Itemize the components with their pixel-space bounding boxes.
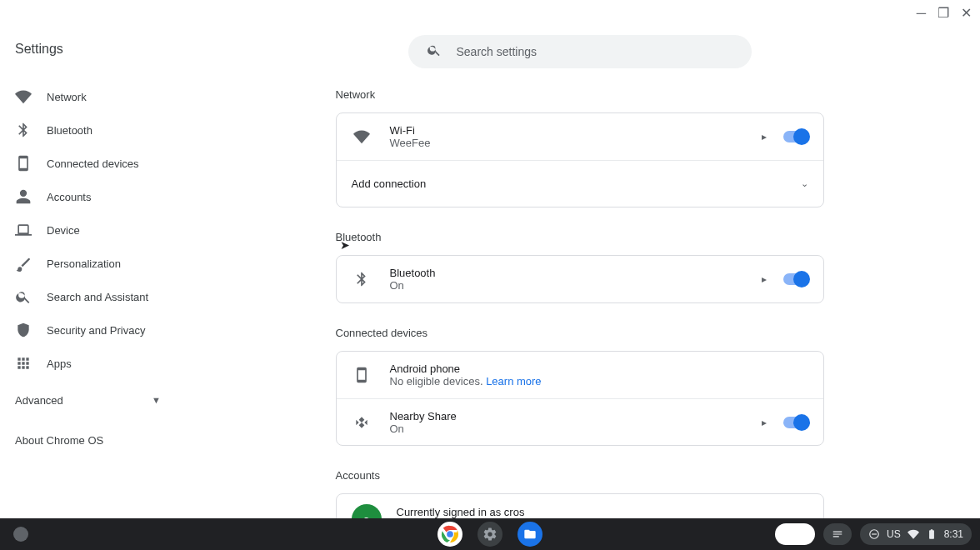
add-connection-label: Add connection xyxy=(352,178,801,190)
bluetooth-icon xyxy=(352,271,372,288)
sidebar-item-label: Personalization xyxy=(47,258,121,270)
sidebar-item-label: Device xyxy=(47,224,80,237)
avatar: c xyxy=(352,504,382,518)
sidebar-item-label: Accounts xyxy=(47,191,91,203)
phone-icon xyxy=(15,155,32,172)
row-nearby-share[interactable]: Nearby Share On ▸ xyxy=(337,398,823,445)
dnd-icon xyxy=(868,528,880,540)
section-title-bluetooth: Bluetooth xyxy=(336,231,824,243)
section-title-connected: Connected devices xyxy=(336,327,824,339)
sidebar-item-label: Bluetooth xyxy=(47,124,92,137)
sidebar-item-network[interactable]: Network xyxy=(15,80,179,113)
sidebar-item-personalization[interactable]: Personalization xyxy=(15,247,179,280)
shelf: US 8:31 xyxy=(0,518,980,550)
card-bluetooth: Bluetooth On ▸ xyxy=(336,255,824,303)
person-icon xyxy=(15,188,32,205)
sidebar-item-label: Search and Assistant xyxy=(47,291,148,303)
status-tray[interactable]: US 8:31 xyxy=(860,523,972,545)
row-bluetooth[interactable]: Bluetooth On ▸ xyxy=(337,256,823,302)
files-app-icon[interactable] xyxy=(518,522,542,547)
brush-icon xyxy=(15,255,32,272)
wifi-status-icon xyxy=(908,528,919,540)
card-accounts: c Currently signed in as cros xyxy=(336,493,824,518)
laptop-icon xyxy=(15,222,32,238)
sidebar-item-label: Network xyxy=(47,91,87,103)
bluetooth-toggle[interactable] xyxy=(783,273,808,285)
android-phone-sub-text: No eligible devices. xyxy=(390,375,487,388)
sidebar-item-bluetooth[interactable]: Bluetooth xyxy=(15,113,179,147)
bluetooth-title: Bluetooth xyxy=(390,267,753,279)
nearby-share-icon xyxy=(352,414,372,431)
battery-icon xyxy=(926,528,938,540)
search-bar[interactable] xyxy=(408,35,752,68)
row-current-user[interactable]: c Currently signed in as cros xyxy=(337,494,823,518)
ime-indicator: US xyxy=(887,528,901,540)
bluetooth-status: On xyxy=(390,279,753,292)
sidebar: Settings Network Bluetooth Connected dev… xyxy=(0,0,179,518)
sidebar-item-accounts[interactable]: Accounts xyxy=(15,180,179,213)
chevron-down-icon: ⌄ xyxy=(801,178,808,189)
tote-pill[interactable] xyxy=(823,523,852,545)
search-icon xyxy=(427,42,442,61)
current-user-label: Currently signed in as cros xyxy=(397,506,525,518)
sidebar-item-label: Connected devices xyxy=(47,158,139,170)
search-icon xyxy=(15,288,32,305)
close-button[interactable]: ✕ xyxy=(961,5,972,21)
row-android-phone[interactable]: Android phone No eligible devices. Learn… xyxy=(337,352,823,398)
search-input[interactable] xyxy=(457,45,743,58)
clock: 8:31 xyxy=(944,528,963,540)
apps-icon xyxy=(15,355,32,372)
sidebar-item-device[interactable]: Device xyxy=(15,213,179,247)
nearby-share-status: On xyxy=(390,422,753,435)
phone-icon xyxy=(352,367,372,383)
wifi-icon xyxy=(15,88,32,105)
android-phone-title: Android phone xyxy=(390,362,808,375)
shelf-apps xyxy=(438,522,542,547)
launcher-button[interactable] xyxy=(13,527,28,542)
advanced-label: Advanced xyxy=(15,394,63,407)
shelf-status-area: US 8:31 xyxy=(775,523,972,545)
sidebar-item-advanced[interactable]: Advanced ▼ xyxy=(15,383,179,417)
row-wifi[interactable]: Wi-Fi WeeFee ▸ xyxy=(337,113,823,160)
maximize-button[interactable]: ❐ xyxy=(938,5,949,21)
sidebar-item-search-assistant[interactable]: Search and Assistant xyxy=(15,280,179,313)
wifi-name: WeeFee xyxy=(390,137,753,149)
learn-more-link[interactable]: Learn more xyxy=(486,375,541,388)
sidebar-item-security-privacy[interactable]: Security and Privacy xyxy=(15,313,179,347)
nearby-share-toggle[interactable] xyxy=(783,417,808,428)
wifi-secure-icon xyxy=(352,128,372,145)
shield-icon xyxy=(15,322,32,338)
chevron-right-icon: ▸ xyxy=(762,417,767,428)
sidebar-item-connected-devices[interactable]: Connected devices xyxy=(15,147,179,180)
wifi-title: Wi-Fi xyxy=(390,124,753,137)
sidebar-item-apps[interactable]: Apps xyxy=(15,347,179,380)
main-content: Network Wi-Fi WeeFee ▸ Add connection ⌄ xyxy=(179,0,980,518)
row-add-connection[interactable]: Add connection ⌄ xyxy=(337,160,823,207)
sidebar-item-label: Security and Privacy xyxy=(47,324,146,337)
card-connected-devices: Android phone No eligible devices. Learn… xyxy=(336,351,824,446)
window-controls: ─ ❐ ✕ xyxy=(917,5,972,21)
page-title: Settings xyxy=(15,42,179,57)
sidebar-item-label: Apps xyxy=(47,358,72,370)
about-label: About Chrome OS xyxy=(15,434,103,447)
card-network: Wi-Fi WeeFee ▸ Add connection ⌄ xyxy=(336,112,824,208)
chevron-right-icon: ▸ xyxy=(762,131,767,142)
sidebar-item-about[interactable]: About Chrome OS xyxy=(15,423,179,457)
android-phone-sub: No eligible devices. Learn more xyxy=(390,375,808,388)
nearby-share-title: Nearby Share xyxy=(390,410,753,422)
settings-app-icon[interactable] xyxy=(478,522,502,547)
minimize-button[interactable]: ─ xyxy=(917,6,926,21)
section-title-network: Network xyxy=(336,88,824,101)
chevron-down-icon: ▼ xyxy=(152,395,161,405)
svg-point-1 xyxy=(447,531,453,538)
chrome-app-icon[interactable] xyxy=(438,522,462,547)
wifi-toggle[interactable] xyxy=(783,131,808,142)
bluetooth-icon xyxy=(15,122,32,138)
chevron-right-icon: ▸ xyxy=(762,273,767,285)
section-title-accounts: Accounts xyxy=(336,469,824,482)
phone-hub-pill[interactable] xyxy=(775,523,815,545)
